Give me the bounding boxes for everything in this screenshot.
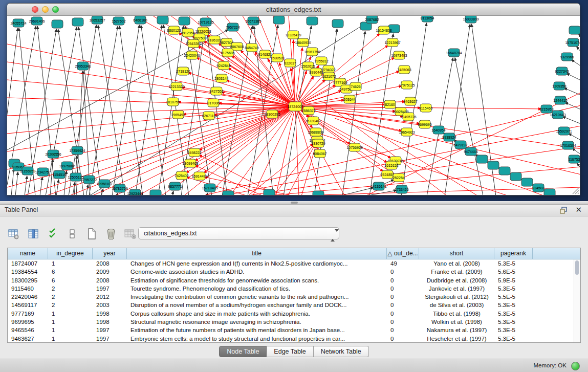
table-panel: Table Panel ✕ f(x) citations_ed <box>0 205 588 372</box>
column-header-5[interactable]: short <box>419 248 494 259</box>
table-row[interactable]: 1456911722003Disruption of a novel membe… <box>8 301 580 309</box>
graph-node-label: 16914479 <box>191 174 207 178</box>
graph-node[interactable] <box>52 20 63 28</box>
new-file-icon[interactable] <box>85 227 98 240</box>
graph-node[interactable] <box>313 191 324 195</box>
close-panel-icon[interactable]: ✕ <box>575 205 582 214</box>
table-cell: Investigating the contribution of common… <box>127 293 387 301</box>
graph-node[interactable] <box>223 191 234 195</box>
checkmarks-icon[interactable] <box>46 227 59 240</box>
graph-node[interactable] <box>499 167 510 175</box>
graph-node[interactable] <box>150 190 161 195</box>
graph-edge <box>576 47 580 52</box>
delete-table-icon[interactable] <box>124 227 137 240</box>
panel-splitter[interactable] <box>0 201 588 205</box>
table-cell: Wolkin et al. (1998) <box>419 318 494 326</box>
network-canvas[interactable]: 2405572420691406106532571527602646616010… <box>7 16 580 195</box>
table-cell: Structural magnetic resonance image aver… <box>127 318 387 326</box>
table-cell: 1 <box>48 310 93 318</box>
select-columns-icon[interactable] <box>27 227 40 240</box>
table-cell: Tourette syndrome. Phenomenology and cla… <box>127 285 387 293</box>
table-row[interactable]: 1830029562008Estimation of significance … <box>8 276 580 285</box>
table-cell: 1998 <box>93 318 127 326</box>
graph-node[interactable] <box>510 172 521 181</box>
graph-node[interactable] <box>521 178 533 186</box>
graph-node-label: 2087682 <box>365 18 379 21</box>
column-header-2[interactable]: year <box>93 248 127 259</box>
float-panel-icon[interactable] <box>559 206 568 214</box>
table-row[interactable]: 946362711997Embryonic stem cells: a mode… <box>8 335 580 343</box>
table-cell: Hescheler et al. (1997) <box>419 335 494 343</box>
graph-node[interactable] <box>72 18 83 26</box>
table-row[interactable]: 1938455462009Genome-wide association stu… <box>8 268 580 276</box>
table-cell: Nakamura et al. (1997) <box>419 326 494 334</box>
splitter-handle-icon[interactable] <box>291 202 298 204</box>
graph-node[interactable] <box>476 155 488 163</box>
graph-node[interactable] <box>179 17 190 25</box>
table-cell: 1998 <box>93 310 127 318</box>
graph-node-label: 7955812 <box>314 59 328 63</box>
table-cell: Stergiakouli et al. (2012) <box>419 293 494 301</box>
column-header-1[interactable]: in_degree <box>48 248 93 259</box>
graph-edge <box>295 106 580 174</box>
graph-node-label: 2718120 <box>176 70 190 73</box>
table-row[interactable]: 946554611997Estimation of the future num… <box>8 326 580 334</box>
network-table-select[interactable]: citations_edges.txt <box>138 227 339 239</box>
graph-edge <box>571 60 580 66</box>
graph-node[interactable] <box>332 19 343 28</box>
graph-node[interactable] <box>273 16 285 24</box>
graph-node-label: 924502 <box>532 186 544 190</box>
table-row[interactable]: 911546021997Tourette syndrome. Phenomeno… <box>8 285 580 293</box>
table-cell: 14569117 <box>8 301 48 309</box>
column-header-0[interactable]: name <box>8 248 48 259</box>
graph-node-label: 6479197 <box>453 143 467 147</box>
column-header-4[interactable]: △ out_de... <box>387 248 419 259</box>
graph-edge <box>205 177 294 195</box>
table-panel-header: Table Panel ✕ <box>0 205 588 216</box>
column-header-3[interactable]: title <box>127 248 387 259</box>
tab-node-table[interactable]: Node Table <box>219 346 267 357</box>
tab-network-table[interactable]: Network Table <box>314 346 369 357</box>
vertical-scrollbar[interactable] <box>574 259 580 343</box>
graph-node-label: 18640910 <box>295 41 311 45</box>
table-cell: 6 <box>48 276 93 285</box>
graph-node-label: 2867608 <box>230 45 244 49</box>
table-row[interactable]: 969969511998Structural magnetic resonanc… <box>8 318 580 326</box>
graph-node-label: 9794022 <box>321 68 335 72</box>
graph-node[interactable] <box>569 26 580 34</box>
graph-node-label: 9463627 <box>403 100 417 103</box>
table-row[interactable]: 2242004622012Investigating the contribut… <box>8 293 580 301</box>
graph-node-label: 16671385 <box>245 19 261 23</box>
graph-node[interactable] <box>307 17 318 25</box>
memory-ok-indicator[interactable] <box>571 362 580 370</box>
table-cell: 9465546 <box>8 326 48 334</box>
citation-graph[interactable]: 2405572420691406106532571527602646616010… <box>7 16 580 195</box>
scrollbar-thumb[interactable] <box>575 260 579 275</box>
graph-node-label: 1810755 <box>166 100 180 104</box>
graph-edge <box>11 168 14 195</box>
resize-grip-icon[interactable] <box>572 187 580 195</box>
graph-node-label: 9827509 <box>192 36 206 40</box>
table-row[interactable]: 1872400712008Changes of HCN gene express… <box>8 259 580 268</box>
graph-node-label: 12325419 <box>285 33 301 37</box>
table-cell: 5.3E-5 <box>494 259 533 268</box>
graph-node[interactable] <box>264 189 275 195</box>
graph-node[interactable] <box>488 161 499 169</box>
table-settings-icon[interactable] <box>7 227 20 240</box>
graph-node-label: 19654923 <box>399 130 415 134</box>
trash-icon[interactable] <box>104 227 118 240</box>
graph-node-label: 8215953 <box>539 107 553 111</box>
table-row[interactable]: 977716911998Corpus callosum shape and si… <box>8 310 580 318</box>
column-header-6[interactable]: pagerank <box>494 248 533 259</box>
table-cell: 0 <box>387 335 419 343</box>
table-cell: de Silva et al. (2003) <box>419 301 494 309</box>
tab-edge-table[interactable]: Edge Table <box>267 346 313 357</box>
window-titlebar[interactable]: citations_edges.txt <box>7 4 580 16</box>
table-cell: 0 <box>387 326 419 334</box>
graph-node[interactable] <box>544 189 555 195</box>
graph-node-label: 1880729 <box>311 142 325 145</box>
graph-node[interactable] <box>157 16 168 24</box>
graph-node-label: 17975125 <box>399 83 415 87</box>
rows-icon[interactable] <box>66 227 79 240</box>
graph-node-label: 9777169 <box>333 81 347 84</box>
